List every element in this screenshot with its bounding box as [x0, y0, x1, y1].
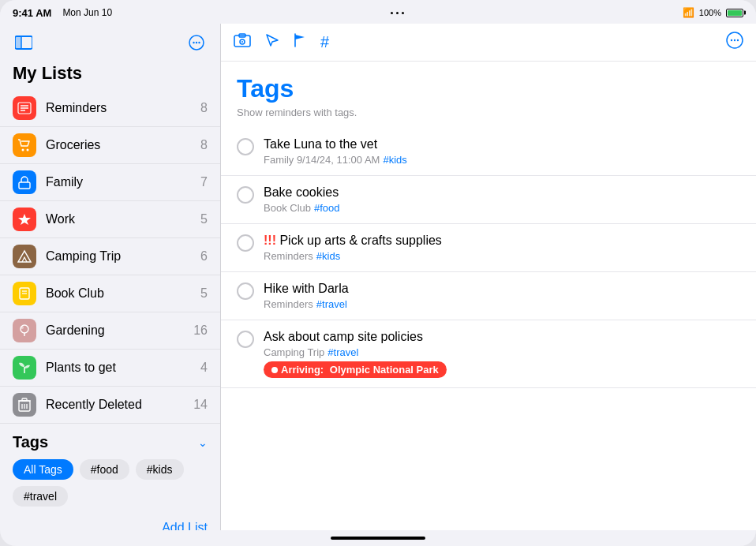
- dot3: [402, 12, 404, 14]
- main-panel: # Tags Show reminders with tags. Take Lu…: [221, 24, 756, 530]
- flag-icon[interactable]: [294, 33, 306, 51]
- reminder-content-r3: !!! Pick up arts & crafts supplies Remin…: [264, 234, 740, 262]
- reminder-meta-r2: Book Club #food: [264, 202, 740, 214]
- sidebar-item-work[interactable]: Work 5: [0, 201, 220, 238]
- location-arrow-icon[interactable]: [265, 33, 279, 51]
- svg-point-4: [193, 42, 194, 43]
- reminder-tag-r3[interactable]: #kids: [316, 250, 340, 262]
- bookclub-name: Book Club: [46, 286, 200, 301]
- svg-rect-23: [22, 398, 27, 401]
- reminders-name: Reminders: [46, 101, 200, 115]
- groceries-name: Groceries: [46, 138, 200, 152]
- tag-chip-food[interactable]: #food: [80, 459, 129, 480]
- sidebar-item-reminders[interactable]: Reminders 8: [0, 90, 220, 127]
- battery-percent: 100%: [699, 8, 721, 17]
- reminder-list-r5: Camping Trip: [264, 346, 324, 358]
- reminder-content-r2: Bake cookies Book Club #food: [264, 185, 740, 214]
- svg-point-33: [731, 39, 732, 41]
- reminder-tag-r2[interactable]: #food: [314, 202, 340, 214]
- work-count: 5: [200, 212, 208, 226]
- status-date: Mon Jun 10: [62, 7, 112, 18]
- sidebar-item-plants[interactable]: Plants to get 4: [0, 350, 220, 387]
- svg-rect-13: [19, 182, 30, 189]
- svg-rect-0: [15, 36, 21, 49]
- reminder-title-r4: Hike with Darla: [264, 282, 740, 296]
- reminder-circle-r1[interactable]: [237, 138, 254, 155]
- reminder-list-r3: Reminders: [264, 250, 313, 262]
- sidebar-item-deleted[interactable]: Recently Deleted 14: [0, 387, 220, 424]
- sidebar-item-groceries[interactable]: Groceries 8: [0, 127, 220, 164]
- reminders-icon: [13, 96, 36, 120]
- reminder-meta-r5: Camping Trip #travel: [264, 346, 740, 358]
- reminder-content-r5: Ask about camp site policies Camping Tri…: [264, 330, 740, 378]
- deleted-count: 14: [193, 398, 208, 412]
- sidebar-item-bookclub[interactable]: Book Club 5: [0, 275, 220, 312]
- reminder-circle-r5[interactable]: [237, 331, 254, 348]
- reminder-meta-r3: Reminders #kids: [264, 250, 740, 262]
- reminder-content-r4: Hike with Darla Reminders #travel: [264, 282, 740, 310]
- svg-point-5: [196, 42, 197, 43]
- deleted-icon: [13, 393, 36, 417]
- svg-point-19: [21, 326, 24, 329]
- panel-subtitle: Show reminders with tags.: [221, 107, 756, 128]
- battery-icon: [726, 9, 743, 17]
- sidebar-item-camping[interactable]: Camping Trip 6: [0, 238, 220, 275]
- tag-chip-all[interactable]: All Tags: [13, 459, 73, 480]
- home-indicator: [331, 537, 425, 540]
- tags-section-title: Tags: [13, 433, 48, 451]
- reminder-list-r2: Book Club: [264, 202, 311, 214]
- location-dot: [271, 367, 278, 373]
- reminder-meta-r1: Family 9/14/24, 11:00 AM #kids: [264, 154, 740, 166]
- sidebar-header: [0, 24, 220, 60]
- svg-point-34: [734, 39, 735, 41]
- reminder-title-r1: Take Luna to the vet: [264, 137, 740, 151]
- camping-name: Camping Trip: [46, 249, 200, 264]
- reminder-circle-r4[interactable]: [237, 282, 254, 300]
- tag-chip-travel[interactable]: #travel: [13, 486, 68, 507]
- my-lists-title: My Lists: [0, 60, 220, 90]
- add-list-button[interactable]: Add List: [0, 511, 220, 530]
- reminder-meta-r4: Reminders #travel: [264, 298, 740, 310]
- reminder-tag-r4[interactable]: #travel: [316, 298, 347, 310]
- reminder-list-r1: Family 9/14/24, 11:00 AM: [264, 154, 380, 166]
- camping-icon: [13, 245, 36, 268]
- main-content: My Lists Reminders 8 Groceries 8 Family …: [0, 24, 756, 530]
- reminder-circle-r2[interactable]: [237, 186, 254, 204]
- family-name: Family: [46, 175, 200, 189]
- sidebar-item-family[interactable]: Family 7: [0, 164, 220, 201]
- device-frame: 9:41 AM Mon Jun 10 📶 100%: [0, 0, 756, 546]
- work-icon: [13, 208, 36, 231]
- reminder-title-r2: Bake cookies: [264, 185, 740, 200]
- reminder-circle-r3[interactable]: [237, 234, 254, 252]
- gardening-icon: [13, 319, 36, 342]
- reminder-item-r5: Ask about camp site policies Camping Tri…: [221, 320, 756, 388]
- reminders-container: Take Luna to the vet Family 9/14/24, 11:…: [221, 128, 756, 388]
- hashtag-icon[interactable]: #: [320, 33, 329, 51]
- tags-chips-container: All Tags#food#kids#travel: [13, 459, 208, 507]
- location-badge-r5: Arriving: Olympic National Park: [264, 361, 447, 378]
- tag-chip-kids[interactable]: #kids: [136, 459, 184, 480]
- sidebar-more-button[interactable]: [185, 32, 208, 54]
- toolbar-more-button[interactable]: [726, 32, 743, 53]
- wifi-icon: 📶: [683, 7, 694, 18]
- sidebar-toggle-button[interactable]: [13, 32, 35, 54]
- tags-chevron-icon[interactable]: ⌄: [198, 436, 208, 449]
- priority-icon: !!!: [264, 234, 279, 247]
- dot2: [396, 12, 399, 14]
- status-bar: 9:41 AM Mon Jun 10 📶 100%: [0, 0, 756, 24]
- svg-point-35: [737, 39, 739, 41]
- camera-scan-icon[interactable]: [234, 33, 251, 51]
- reminder-tag-r1[interactable]: #kids: [383, 154, 406, 166]
- reminder-item-r4: Hike with Darla Reminders #travel: [221, 272, 756, 320]
- reminders-count: 8: [200, 101, 208, 115]
- sidebar-item-gardening[interactable]: Gardening 16: [0, 312, 220, 350]
- lists-container: Reminders 8 Groceries 8 Family 7 Work 5 …: [0, 90, 220, 424]
- svg-point-11: [22, 149, 24, 151]
- reminder-tag-r5[interactable]: #travel: [327, 346, 358, 358]
- dot1: [391, 12, 393, 14]
- reminder-item-r2: Bake cookies Book Club #food: [221, 176, 756, 224]
- camping-count: 6: [200, 249, 208, 264]
- reminder-item-r1: Take Luna to the vet Family 9/14/24, 11:…: [221, 128, 756, 176]
- groceries-icon: [13, 133, 36, 157]
- family-icon: [13, 170, 36, 194]
